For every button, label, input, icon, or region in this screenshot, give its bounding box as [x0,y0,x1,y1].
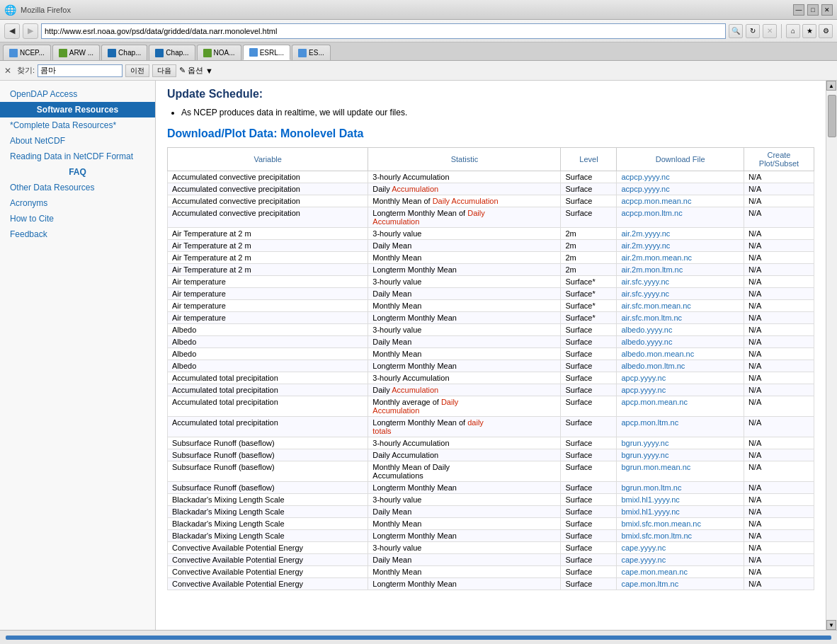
cell-download[interactable]: apcp.yyyy.nc [617,384,744,396]
sidebar-item-feedback[interactable]: Feedback [0,226,155,242]
close-button[interactable]: ✕ [821,4,833,16]
cell-download[interactable]: cape.yyyy.nc [617,554,744,566]
cell-download[interactable]: albedo.yyyy.nc [617,336,744,348]
download-link[interactable]: bgrun.yyyy.nc [621,439,668,447]
cell-download[interactable]: bmixl.hl1.yyyy.nc [617,506,744,518]
refresh-icon[interactable]: ↻ [746,24,760,38]
home-button[interactable]: ⌂ [786,24,800,38]
cell-download[interactable]: albedo.mon.ltm.nc [617,360,744,372]
download-link[interactable]: bgrun.yyyy.nc [621,451,668,459]
download-link[interactable]: albedo.mon.ltm.nc [621,362,685,370]
cell-download[interactable]: bgrun.mon.ltm.nc [617,482,744,494]
download-link[interactable]: apcp.yyyy.nc [621,374,666,382]
cell-download[interactable]: air.2m.yyyy.nc [617,240,744,252]
download-link[interactable]: air.2m.mon.ltm.nc [621,265,683,274]
sidebar-link-reading-data[interactable]: Reading Data in NetCDF Format [10,151,133,161]
forward-button[interactable]: ▶ [23,23,38,39]
cell-download[interactable]: air.2m.yyyy.nc [617,228,744,240]
download-link[interactable]: bmixl.sfc.mon.mean.nc [621,519,700,528]
tab-chap1[interactable]: Chap... [101,45,147,60]
sidebar-item-how-to-cite[interactable]: How to Cite [0,211,155,226]
sidebar-item-other-data[interactable]: Other Data Resources [0,180,155,195]
download-link[interactable]: cape.mon.mean.nc [621,568,688,576]
download-link[interactable]: bmixl.hl1.yyyy.nc [621,507,679,516]
download-link[interactable]: bgrun.mon.ltm.nc [621,483,681,492]
download-link[interactable]: cape.mon.ltm.nc [621,580,678,588]
download-link[interactable]: air.sfc.yyyy.nc [621,277,669,286]
download-link[interactable]: air.2m.mon.mean.nc [621,253,692,262]
tab-noa[interactable]: NOA... [197,45,241,60]
cell-download[interactable]: bgrun.mon.mean.nc [617,461,744,482]
tab-esrl[interactable]: ESRL... [243,45,290,60]
cell-download[interactable]: air.sfc.mon.mean.nc [617,300,744,312]
download-link[interactable]: air.sfc.yyyy.nc [621,289,669,298]
scrollbar[interactable]: ▲ ▼ [826,81,837,630]
cell-download[interactable]: acpcp.yyyy.nc [617,171,744,183]
tab-arw[interactable]: ARW ... [52,45,100,60]
download-link[interactable]: albedo.yyyy.nc [621,338,672,346]
download-link[interactable]: apcp.mon.ltm.nc [621,418,678,427]
sidebar-item-about-netcdf[interactable]: About NetCDF [0,133,155,149]
settings-icon[interactable]: ⚙ [819,24,833,38]
tab-chap2[interactable]: Chap... [149,45,195,60]
download-link[interactable]: air.2m.yyyy.nc [621,229,670,238]
back-button[interactable]: ◀ [4,23,20,39]
sidebar-link-complete-data[interactable]: *Complete Data Resources* [10,120,116,130]
sidebar-link-about-netcdf[interactable]: About NetCDF [10,136,65,146]
search-prev-button[interactable]: 이전 [125,64,149,77]
cell-download[interactable]: air.sfc.yyyy.nc [617,288,744,300]
download-link[interactable]: apcp.mon.mean.nc [621,398,688,406]
download-link[interactable]: air.2m.yyyy.nc [621,241,670,250]
download-link[interactable]: cape.yyyy.nc [621,544,666,552]
cell-download[interactable]: bgrun.yyyy.nc [617,449,744,461]
cell-download[interactable]: bmixl.hl1.yyyy.nc [617,494,744,506]
sidebar-link-other-data[interactable]: Other Data Resources [10,183,94,192]
cell-download[interactable]: bmixl.sfc.mon.ltm.nc [617,530,744,542]
scrollbar-thumb[interactable] [828,95,836,137]
sidebar-item-opendap[interactable]: OpenDAP Access [0,86,155,102]
tab-es[interactable]: ES... [292,45,331,60]
sidebar-link-faq[interactable]: FAQ [69,167,86,177]
search-dropdown-icon[interactable]: ▼ [205,67,213,75]
maximize-button[interactable]: □ [807,4,819,16]
download-link[interactable]: albedo.mon.mean.nc [621,350,694,358]
download-link[interactable]: albedo.yyyy.nc [621,326,672,334]
sidebar-link-feedback[interactable]: Feedback [10,229,47,239]
cell-download[interactable]: acpcp.mon.mean.nc [617,195,744,207]
sidebar-link-software[interactable]: Software Resources [37,105,118,115]
scroll-down-button[interactable]: ▼ [826,620,836,630]
download-link[interactable]: air.sfc.mon.ltm.nc [621,314,682,322]
cell-download[interactable]: air.2m.mon.mean.nc [617,252,744,264]
search-web-icon[interactable]: 🔍 [729,24,743,38]
sidebar-link-opendap[interactable]: OpenDAP Access [10,89,77,99]
search-next-button[interactable]: 다음 [152,64,176,77]
cell-download[interactable]: acpcp.yyyy.nc [617,183,744,195]
bookmark-icon[interactable]: ★ [802,24,816,38]
cell-download[interactable]: albedo.mon.mean.nc [617,348,744,360]
download-link[interactable]: acpcp.yyyy.nc [621,185,669,193]
cell-download[interactable]: air.sfc.mon.ltm.nc [617,312,744,324]
cell-download[interactable]: air.sfc.yyyy.nc [617,276,744,288]
sidebar-link-how-to-cite[interactable]: How to Cite [10,214,54,224]
cell-download[interactable]: cape.mon.mean.nc [617,566,744,578]
address-bar[interactable] [41,23,726,39]
cell-download[interactable]: apcp.mon.mean.nc [617,396,744,417]
download-link[interactable]: acpcp.mon.ltm.nc [621,209,682,217]
sidebar-item-reading-data[interactable]: Reading Data in NetCDF Format [0,149,155,164]
sidebar-item-faq[interactable]: FAQ [0,164,155,180]
download-link[interactable]: acpcp.mon.mean.nc [621,197,691,205]
sidebar-item-complete-data[interactable]: *Complete Data Resources* [0,117,155,133]
cell-download[interactable]: albedo.yyyy.nc [617,324,744,336]
cell-download[interactable]: cape.yyyy.nc [617,542,744,554]
minimize-button[interactable]: — [793,4,804,16]
sidebar-item-acronyms[interactable]: Acronyms [0,195,155,211]
download-link[interactable]: acpcp.yyyy.nc [621,173,669,181]
sidebar-item-software[interactable]: Software Resources [0,102,155,117]
download-link[interactable]: bmixl.sfc.mon.ltm.nc [621,531,692,540]
cell-download[interactable]: acpcp.mon.ltm.nc [617,207,744,228]
cell-download[interactable]: bmixl.sfc.mon.mean.nc [617,518,744,530]
tab-ncep[interactable]: NCEP... [3,45,51,60]
search-close-button[interactable]: ✕ [4,66,14,76]
scroll-up-button[interactable]: ▲ [826,81,836,91]
download-link[interactable]: bgrun.mon.mean.nc [621,463,690,471]
